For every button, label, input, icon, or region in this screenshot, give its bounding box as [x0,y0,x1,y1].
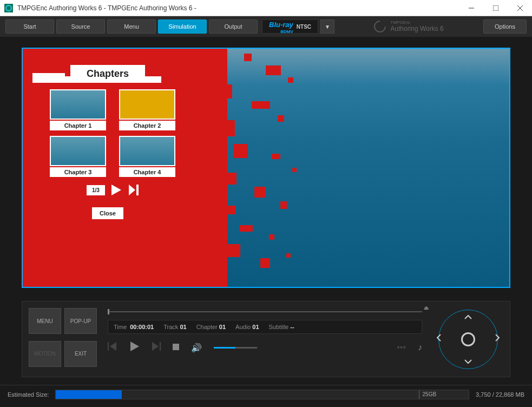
svg-rect-7 [108,342,109,351]
page-indicator: 1/3 [87,185,105,195]
preview-screen[interactable]: Chapters Chapter 1 Chapter 2 Chapter 3 [22,48,510,288]
main-toolbar: Start Source Menu Simulation Output Blu-… [0,16,532,37]
format-dropdown[interactable]: ▼ [320,19,334,34]
chapter-thumb-2[interactable]: Chapter 2 [119,89,175,130]
playback-info: Time 00:00:01 Track 01 Chapter 01 Audio … [108,320,422,334]
chapter-thumb-3[interactable]: Chapter 3 [50,136,106,177]
more-icon[interactable]: ••• [397,343,406,352]
remote-popup-button[interactable]: POP-UP [64,308,97,334]
simulation-button[interactable]: Simulation [158,19,207,34]
chapter-thumb-4[interactable]: Chapter 4 [119,136,175,177]
svg-rect-6 [136,185,139,195]
chapter-thumb-1[interactable]: Chapter 1 [50,89,106,130]
play-icon[interactable] [129,342,139,353]
remote-exit-button[interactable]: EXIT [64,341,97,367]
svg-marker-10 [152,342,159,351]
menu-title: Chapters [70,65,145,83]
format-std: NTSC [297,24,311,30]
svg-rect-11 [160,342,161,351]
close-button[interactable] [508,0,532,16]
maximize-button[interactable] [483,0,508,16]
dpad-up[interactable] [464,311,472,323]
status-bar: Estimated Size: 25GB 3,750 / 22,868 MB [0,385,532,403]
titlebar: TMPGEnc Authoring Works 6 - TMPGEnc Auth… [0,0,532,16]
dpad-down[interactable] [464,356,472,367]
menu-button[interactable]: Menu [107,19,156,34]
svg-marker-4 [111,185,121,195]
format-badge: Blu-ray BDMV NTSC [262,19,318,34]
dpad [433,308,503,370]
window-title: TMPGEnc Authoring Works 6 - TMPGEnc Auth… [17,4,459,12]
format-brand: Blu-ray [269,21,293,29]
format-sub: BDMV [269,29,293,34]
svg-marker-8 [110,342,116,351]
volume-slider[interactable] [214,347,257,349]
size-bar: 25GB [55,390,469,399]
svg-marker-5 [129,185,135,195]
dpad-right[interactable] [495,333,500,345]
estimated-size-label: Estimated Size: [8,391,49,398]
menu-close-button[interactable]: Close [92,207,123,219]
stop-icon[interactable] [173,343,179,352]
remote-motion-button[interactable]: MOTION [29,341,61,367]
start-button[interactable]: Start [5,19,54,34]
size-text: 3,750 / 22,868 MB [476,391,524,398]
menu-play-icon[interactable] [108,183,123,196]
dpad-left[interactable] [436,333,442,345]
options-button[interactable]: Options [483,19,527,34]
svg-marker-9 [130,342,139,351]
svg-rect-12 [173,344,179,350]
svg-rect-1 [493,5,498,11]
source-button[interactable]: Source [56,19,105,34]
disc-menu: Chapters Chapter 1 Chapter 2 Chapter 3 [32,65,175,219]
brand-icon [372,18,389,35]
minimize-button[interactable] [459,0,483,16]
remote-menu-button[interactable]: MENU [29,308,61,334]
note-icon[interactable]: ♪ [418,343,422,352]
playback-panel: MENU POP-UP MOTION EXIT ⏏ Time 00:00:01 … [22,301,510,377]
seek-bar[interactable] [108,311,422,312]
next-chapter-icon[interactable] [151,342,161,353]
menu-next-icon[interactable] [127,183,142,196]
brand-logo: TMPGEnc Authoring Works 6 [337,21,481,32]
prev-chapter-icon[interactable] [108,342,117,353]
eject-icon[interactable]: ⏏ [424,305,429,311]
app-icon [4,4,13,12]
output-button[interactable]: Output [209,19,258,34]
volume-icon[interactable]: 🔊 [191,343,202,353]
size-limit: 25GB [419,390,437,399]
preview-area: Chapters Chapter 1 Chapter 2 Chapter 3 [0,37,532,293]
